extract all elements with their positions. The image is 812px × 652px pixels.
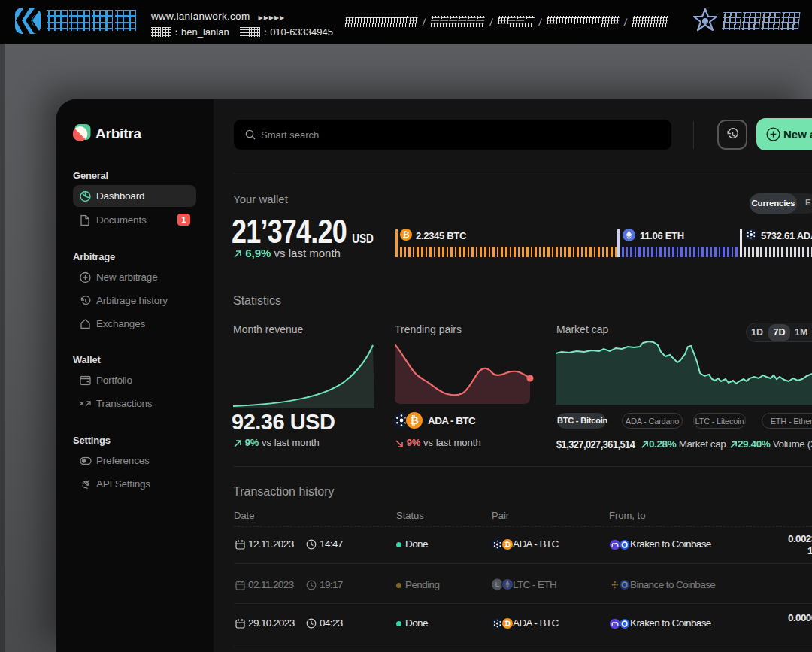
svg-text:₿: ₿ — [504, 619, 511, 627]
svg-text:Ł: Ł — [495, 580, 500, 588]
svg-text:₿: ₿ — [504, 540, 511, 548]
svg-text:₿: ₿ — [410, 414, 418, 426]
svg-text:₿: ₿ — [403, 230, 410, 239]
